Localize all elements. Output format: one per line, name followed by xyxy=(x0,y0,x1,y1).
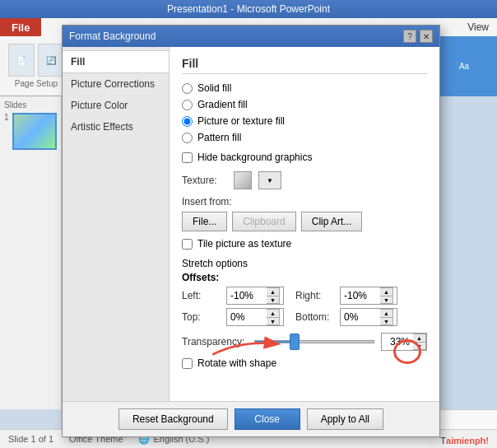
stretch-options-label: Stretch options xyxy=(182,258,427,269)
dialog-help-button[interactable]: ? xyxy=(403,30,416,43)
right-spinner[interactable]: -10% ▲ ▼ xyxy=(340,287,397,305)
bottom-spinner-up[interactable]: ▲ xyxy=(380,309,393,317)
hide-background-graphics-checkbox[interactable] xyxy=(182,152,193,163)
title-bar: Presentation1 - Microsoft PowerPoint xyxy=(0,0,497,18)
top-label: Top: xyxy=(182,311,223,323)
nav-item-picture-color[interactable]: Picture Color xyxy=(63,95,169,116)
top-spinner-buttons: ▲ ▼ xyxy=(267,309,280,325)
bottom-spinner[interactable]: 0% ▲ ▼ xyxy=(340,308,397,326)
slide-number-label: 1 xyxy=(4,113,9,122)
slides-panel: Slides 1 xyxy=(0,96,62,409)
top-spinner-up[interactable]: ▲ xyxy=(267,309,280,317)
slider-thumb[interactable] xyxy=(290,334,300,350)
right-label: Right: xyxy=(295,290,337,301)
view-button[interactable]: View xyxy=(459,18,497,36)
gradient-fill-option[interactable]: Gradient fill xyxy=(182,99,427,110)
offsets-grid: Left: -10% ▲ ▼ Right: -10% ▲ ▼ xyxy=(182,287,427,326)
texture-row: Texture: ▼ xyxy=(182,171,427,189)
texture-label: Texture: xyxy=(182,175,227,186)
transparency-input[interactable] xyxy=(382,334,413,350)
transparency-spinner-up[interactable]: ▲ xyxy=(413,334,426,342)
texture-dropdown-arrow: ▼ xyxy=(267,177,273,184)
picture-texture-fill-radio[interactable] xyxy=(182,116,193,127)
bottom-spinner-down[interactable]: ▼ xyxy=(380,317,393,325)
apply-to-all-button[interactable]: Apply to All xyxy=(307,408,383,430)
close-button[interactable]: Close xyxy=(235,408,300,430)
right-input[interactable]: -10% xyxy=(341,287,380,304)
insert-from-label: Insert from: xyxy=(182,196,427,208)
right-spinner-buttons: ▲ ▼ xyxy=(380,287,393,304)
left-spinner-up[interactable]: ▲ xyxy=(267,287,280,296)
taimienph-logo: Taimienph! xyxy=(440,436,489,446)
tile-picture-checkbox[interactable] xyxy=(182,239,193,250)
slide-thumb-inner xyxy=(14,114,55,148)
dialog-content: Fill Solid fill Gradient fill Picture or… xyxy=(170,47,439,401)
hide-background-graphics-option[interactable]: Hide background graphics xyxy=(182,152,427,163)
theme-preview: Aa xyxy=(431,36,497,96)
bottom-label: Bottom: xyxy=(295,311,337,323)
slider-fill xyxy=(255,341,295,343)
nav-item-artistic-effects[interactable]: Artistic Effects xyxy=(63,116,169,138)
bottom-spinner-buttons: ▲ ▼ xyxy=(380,309,393,325)
orientation-icon[interactable]: 🔄 xyxy=(38,44,64,77)
pattern-fill-radio[interactable] xyxy=(182,133,193,143)
clipboard-button[interactable]: Clipboard xyxy=(232,212,295,231)
file-button[interactable]: File xyxy=(0,18,41,36)
left-input[interactable]: -10% xyxy=(227,287,267,304)
bottom-input[interactable]: 0% xyxy=(341,309,380,325)
fill-section-title: Fill xyxy=(182,57,427,74)
transparency-value-container[interactable]: ▲ ▼ xyxy=(381,333,427,351)
gradient-fill-radio[interactable] xyxy=(182,100,193,110)
rotate-with-shape-option[interactable]: Rotate with shape xyxy=(182,357,427,369)
dialog-controls: ? ✕ xyxy=(403,30,433,43)
texture-dropdown-button[interactable]: ▼ xyxy=(258,171,281,189)
top-spinner-down[interactable]: ▼ xyxy=(267,317,280,325)
left-label: Left: xyxy=(182,290,223,301)
slide-info: Slide 1 of 1 xyxy=(8,434,53,444)
insert-buttons-row: File... Clipboard Clip Art... xyxy=(182,212,427,231)
dialog-title: Format Background xyxy=(69,30,156,42)
stretch-options-section: Stretch options Offsets: Left: -10% ▲ ▼ … xyxy=(182,258,427,326)
tile-picture-option[interactable]: Tile picture as texture xyxy=(182,238,427,250)
fill-options-group: Solid fill Gradient fill Picture or text… xyxy=(182,82,427,143)
slides-label: Slides xyxy=(4,100,57,110)
top-input[interactable]: 0% xyxy=(227,309,267,325)
format-background-dialog: Format Background ? ✕ Fill Picture Corre… xyxy=(62,25,440,437)
page-setup-icon[interactable]: 📄 xyxy=(8,44,35,77)
dialog-titlebar: Format Background ? ✕ xyxy=(63,26,439,47)
slide-thumbnail[interactable] xyxy=(12,113,57,150)
transparency-spinner-buttons: ▲ ▼ xyxy=(413,334,426,350)
dialog-nav: Fill Picture Corrections Picture Color A… xyxy=(63,47,170,401)
solid-fill-radio[interactable] xyxy=(182,83,193,94)
nav-item-fill[interactable]: Fill xyxy=(63,50,169,73)
left-spinner-buttons: ▲ ▼ xyxy=(267,287,280,304)
page-setup-label: Page Setup xyxy=(15,79,58,88)
transparency-spinner-down[interactable]: ▼ xyxy=(413,342,426,350)
reset-background-button[interactable]: Reset Background xyxy=(118,408,228,430)
transparency-label: Transparency: xyxy=(182,336,248,348)
dialog-close-button[interactable]: ✕ xyxy=(420,30,433,43)
clip-art-button[interactable]: Clip Art... xyxy=(301,212,363,231)
picture-texture-fill-option[interactable]: Picture or texture fill xyxy=(182,115,427,127)
dialog-footer: Reset Background Close Apply to All xyxy=(63,401,439,436)
slider-track xyxy=(254,340,374,343)
transparency-slider[interactable] xyxy=(254,334,374,350)
file-button[interactable]: File... xyxy=(182,212,227,231)
left-spinner-down[interactable]: ▼ xyxy=(267,296,280,304)
top-spinner[interactable]: 0% ▲ ▼ xyxy=(226,308,284,326)
app-title: Presentation1 - Microsoft PowerPoint xyxy=(167,3,330,15)
offsets-label: Offsets: xyxy=(182,272,427,283)
ribbon-group-page-setup: 📄 🔄 Page Setup xyxy=(8,44,64,88)
solid-fill-option[interactable]: Solid fill xyxy=(182,82,427,94)
dialog-body: Fill Picture Corrections Picture Color A… xyxy=(63,47,439,401)
rotate-with-shape-checkbox[interactable] xyxy=(182,358,193,369)
left-spinner[interactable]: -10% ▲ ▼ xyxy=(226,287,284,305)
pattern-fill-option[interactable]: Pattern fill xyxy=(182,132,427,143)
texture-preview[interactable] xyxy=(234,171,252,189)
nav-item-picture-corrections[interactable]: Picture Corrections xyxy=(63,73,169,95)
right-spinner-up[interactable]: ▲ xyxy=(380,287,393,296)
transparency-row: Transparency: ▲ ▼ xyxy=(182,333,427,351)
right-spinner-down[interactable]: ▼ xyxy=(380,296,393,304)
